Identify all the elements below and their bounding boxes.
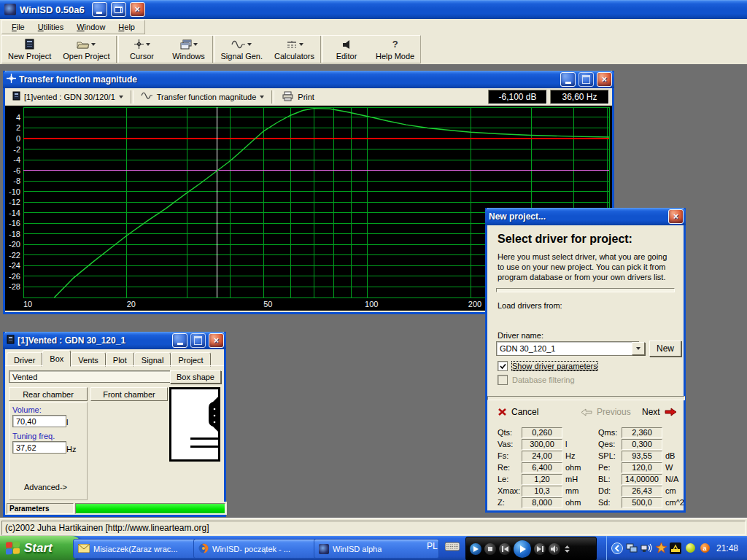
tab-driver[interactable]: Driver [7,352,42,367]
calculators-button[interactable]: Calculators [268,36,320,63]
tuning-input[interactable]: 37,62 [12,441,66,454]
menu-bar: File Utilities Window Help [0,19,747,35]
minimize-button[interactable] [92,2,107,17]
new-project-icon [25,39,34,50]
print-button[interactable]: Print [277,90,319,104]
box-type-field[interactable]: Vented [9,370,172,383]
wireless-icon[interactable] [640,542,652,554]
wmp-logo-button[interactable] [470,543,481,555]
dropdown-arrow-icon[interactable] [91,43,96,46]
menu-file[interactable]: File [5,21,31,33]
driver-name-combo[interactable]: GDN 30_120_1 [496,341,639,356]
transfer-window-titlebar[interactable]: Transfer function magnitude × [3,71,614,88]
language-indicator[interactable]: PL [427,541,438,551]
media-player-toolbar [465,537,597,560]
front-chamber-button[interactable]: Front chamber [90,387,168,401]
divider [487,396,685,400]
new-project-button[interactable]: New Project [2,36,57,63]
vented-window-titlebar[interactable]: [1]Vented : GDN 30_120_1 × [3,332,226,349]
open-project-button[interactable]: Open Project [57,36,115,63]
next-button[interactable]: Next [642,407,677,417]
close-button[interactable]: × [130,2,145,17]
windows-button[interactable]: Windows [166,36,212,63]
new-driver-button[interactable]: New [649,341,681,357]
next-track-button[interactable] [534,543,546,555]
keyboard-icon[interactable] [445,541,460,553]
taskbar-clock[interactable]: 21:48 [716,543,738,553]
volume-unit: l [66,418,68,427]
minimize-button[interactable] [172,333,187,348]
maximize-button[interactable] [190,333,206,348]
advanced-button[interactable]: Advanced-> [24,483,67,491]
help-mode-button[interactable]: ? Help Mode [370,36,420,63]
stop-button[interactable] [484,543,496,555]
dropdown-arrow-icon[interactable] [260,96,264,98]
rear-chamber-button[interactable]: Rear chamber [9,387,88,401]
tab-box[interactable]: Box [42,350,71,367]
menu-utilities[interactable]: Utilities [31,21,70,33]
tab-signal[interactable]: Signal [134,352,171,367]
updates-icon[interactable]: a [699,542,711,554]
plot-type-combo[interactable]: Transfer function magnitude [136,90,269,103]
checkbox-unchecked-icon [498,375,508,385]
svg-text:-14: -14 [9,209,20,217]
dropdown-arrow-icon[interactable] [146,43,150,46]
param-value: 300,00 [522,439,562,450]
dropdown-arrow-icon [636,347,640,350]
hide-icons-chevron[interactable] [611,542,623,554]
project-selector-combo[interactable]: [1]vented : GDN 30/120/1 [8,90,128,104]
media-app-icon[interactable] [670,542,681,554]
start-button[interactable]: Start [0,536,82,560]
dropdown-arrow-icon[interactable] [247,43,252,46]
menu-window[interactable]: Window [70,21,112,33]
minimize-button[interactable] [560,72,576,87]
dropdown-arrow-icon[interactable] [119,96,123,98]
starburst-app-icon[interactable] [655,542,667,554]
taskbar-task-mail[interactable]: Misiaczek(Zaraz wrac... [73,539,198,559]
param-label: Sd: [598,498,622,507]
tab-project[interactable]: Project [171,352,210,367]
transfer-window-title: Transfer function magnitude [19,74,137,85]
volume-button[interactable] [549,543,560,555]
menu-help[interactable]: Help [112,21,142,33]
previous-button: Previous [581,407,631,417]
editor-button[interactable]: Editor [323,36,370,63]
maximize-button[interactable] [578,72,594,87]
cursor-button[interactable]: Cursor [119,36,166,63]
previous-track-button[interactable] [499,543,511,555]
dialog-titlebar[interactable]: New project... × [485,208,686,225]
show-driver-parameters-checkbox[interactable]: Show driver parameters [498,361,597,371]
cancel-button[interactable]: Cancel [498,407,538,417]
messenger-orb-icon[interactable] [684,542,696,554]
taskbar-task-browser[interactable]: WinISD- początek - ... [193,539,319,559]
tab-vents[interactable]: Vents [71,352,106,367]
wmp-expand-arrows[interactable] [565,545,570,553]
parameters-status-cell: Parameters [7,503,74,514]
tab-plot[interactable]: Plot [106,352,134,367]
tuning-unit: Hz [66,445,76,454]
close-button[interactable]: × [597,72,612,87]
dropdown-arrow-icon[interactable] [299,43,303,46]
speaker-drawing [209,397,218,432]
close-button[interactable]: × [209,333,224,348]
box-shape-button[interactable]: Box shape [170,370,221,384]
driver-param-row: Vas:300,00l [498,438,581,450]
driver-name-combo-dropdown[interactable] [632,342,645,355]
signal-gen-button[interactable]: Signal Gen. [215,36,268,63]
svg-text:100: 100 [365,300,378,308]
network-icon[interactable] [626,542,638,554]
svg-text:-6: -6 [13,166,20,175]
dropdown-arrow-icon[interactable] [193,43,198,46]
param-label: Xmax: [498,486,522,495]
close-button[interactable]: × [668,209,684,224]
volume-input[interactable]: 70,40 [12,415,66,427]
param-unit: mm [565,486,578,495]
new-project-dialog: New project... × Select driver for proje… [485,208,686,513]
param-value: 0,260 [522,427,562,438]
firefox-icon [198,543,209,555]
taskbar-task-winisd[interactable]: WinISD alpha [314,539,439,559]
checkbox-checked-icon[interactable] [498,361,508,371]
restore-button[interactable] [111,2,126,17]
play-button[interactable] [514,540,531,558]
param-value: 24,00 [522,451,562,462]
